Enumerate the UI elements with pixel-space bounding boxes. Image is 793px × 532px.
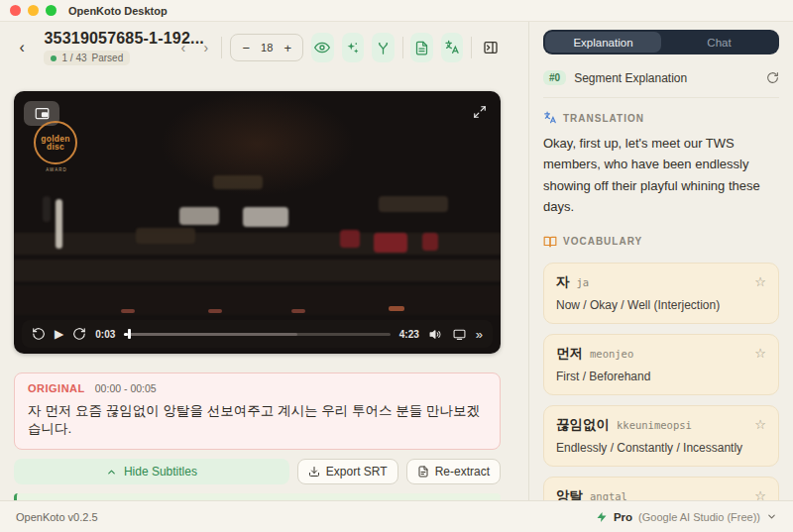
video-player[interactable]: golden disc AWARD ▶ [14, 91, 501, 354]
parsed-count: 1 / 43 [61, 53, 86, 63]
left-toolbar: ‹ 35319057685-1-192... 1 / 43 Parsed ‹ ›… [14, 22, 501, 67]
back-button[interactable]: ‹ [14, 34, 30, 61]
titlebar: OpenKoto Desktop [0, 0, 793, 22]
video-title-block: 35319057685-1-192... 1 / 43 Parsed [44, 30, 164, 66]
next-segment-button[interactable]: › [198, 36, 213, 59]
font-size-decrease-button[interactable]: − [235, 36, 257, 59]
vocab-definition: Endlessly / Constantly / Incessantly [556, 441, 766, 455]
re-extract-button[interactable]: Re-extract [406, 459, 501, 484]
volume-button[interactable] [428, 328, 443, 341]
hide-subtitles-button[interactable]: Hide Subtitles [14, 459, 289, 484]
vocab-romanization: meonjeo [590, 348, 747, 360]
star-icon[interactable]: ☆ [754, 347, 766, 360]
vocab-card[interactable]: 끊임없이 kkeunimeopsi ☆ Endlessly / Constant… [543, 405, 779, 467]
sparkles-icon [345, 41, 360, 55]
picture-in-picture-icon [35, 107, 50, 120]
close-window-button[interactable] [10, 5, 21, 16]
toolbar-divider [221, 37, 222, 58]
translate-button[interactable] [441, 33, 463, 62]
export-srt-button[interactable]: Export SRT [297, 459, 398, 484]
vocab-word: 앙탈 [556, 487, 583, 500]
previous-segment-button[interactable]: ‹ [175, 36, 190, 59]
toggle-side-panel-button[interactable] [480, 34, 501, 61]
playback-speed-button[interactable]: » [476, 327, 483, 342]
play-button[interactable]: ▶ [55, 327, 63, 341]
vocab-card[interactable]: 먼저 meonjeo ☆ First / Beforehand [543, 334, 779, 395]
zoom-window-button[interactable] [46, 5, 57, 16]
volume-icon [428, 328, 443, 341]
subtitle-list: 00:00 자 먼저 요즘 끊임없이 앙탈을 선보여주고 계시는 우리 투어스 … [14, 493, 501, 500]
parsed-label: Parsed [92, 53, 124, 63]
branch-icon [376, 41, 391, 55]
chevron-up-icon [106, 467, 117, 478]
vocab-word: 먼저 [556, 345, 583, 363]
book-icon [543, 235, 557, 249]
lightning-bolt-icon [596, 511, 608, 523]
expand-icon [473, 105, 487, 119]
app-version: OpenKoto v0.2.5 [16, 511, 98, 523]
original-label: ORIGINAL [28, 382, 85, 394]
document-icon [414, 41, 429, 55]
toolbar-divider [402, 37, 403, 58]
eye-icon [314, 40, 330, 55]
duration: 4:23 [399, 329, 419, 340]
vocab-card[interactable]: 앙탈 angtal ☆ Playful whining / Grumbling … [543, 477, 779, 500]
display-icon [452, 328, 467, 341]
buffered-bar [124, 333, 297, 336]
download-icon [308, 466, 320, 478]
tab-explanation[interactable]: Explanation [545, 32, 661, 53]
branch-segments-button[interactable] [372, 33, 394, 62]
video-title: 35319057685-1-192... [44, 30, 164, 48]
fullscreen-expand-button[interactable] [469, 101, 491, 123]
vocab-romanization: angtal [590, 490, 747, 500]
panel-right-icon [483, 40, 499, 55]
toolbar-divider [471, 37, 472, 58]
refresh-explanation-button[interactable] [766, 71, 779, 84]
font-size-stepper: − 18 + [230, 34, 303, 61]
app-title: OpenKoto Desktop [68, 5, 168, 17]
vocab-word: 자 [556, 273, 570, 291]
rewind-10-button[interactable] [32, 327, 46, 341]
forward-10-icon [72, 327, 86, 341]
model-name: (Google AI Studio (Free)) [638, 511, 760, 523]
subtitle-list-item[interactable]: 00:00 자 먼저 요즘 끊임없이 앙탈을 선보여주고 계시는 우리 투어스 … [14, 493, 501, 500]
seek-thumb[interactable] [128, 329, 131, 339]
forward-10-button[interactable] [72, 327, 86, 341]
vocab-definition: Now / Okay / Well (Interjection) [556, 298, 766, 312]
explanation-panel: Explanation Chat #0 Segment Explanation … [528, 22, 793, 500]
vocab-definition: First / Beforehand [556, 370, 766, 383]
segment-explanation-header: #0 Segment Explanation [543, 70, 779, 98]
vocab-word: 끊임없이 [556, 416, 610, 434]
current-time: 0:03 [95, 329, 115, 340]
vocab-card[interactable]: 자 ja ☆ Now / Okay / Well (Interjection) [543, 263, 779, 324]
ai-explain-button[interactable] [342, 33, 364, 62]
toggle-visibility-button[interactable] [311, 33, 333, 62]
star-icon[interactable]: ☆ [754, 275, 766, 288]
transcript-document-button[interactable] [410, 33, 432, 62]
plan-name: Pro [614, 511, 632, 523]
video-frame [14, 91, 501, 354]
tab-chat[interactable]: Chat [661, 32, 777, 53]
status-bar: OpenKoto v0.2.5 Pro (Google AI Studio (F… [0, 500, 793, 532]
translate-icon [444, 40, 460, 55]
star-icon[interactable]: ☆ [754, 418, 766, 431]
vocab-romanization: ja [577, 276, 748, 288]
font-size-value: 18 [257, 42, 277, 53]
seek-bar[interactable] [124, 333, 391, 336]
vocabulary-section-header: VOCABULARY [543, 235, 779, 249]
original-text: 자 먼저 요즘 끊임없이 앙탈을 선보여주고 계시는 우리 투어스 분들 만나보… [28, 402, 487, 438]
font-size-increase-button[interactable]: + [277, 36, 298, 59]
display-mode-button[interactable] [452, 328, 467, 341]
vocabulary-list: 자 ja ☆ Now / Okay / Well (Interjection) … [543, 253, 779, 500]
vocabulary-header-label: VOCABULARY [563, 236, 642, 247]
star-icon[interactable]: ☆ [754, 489, 766, 500]
subtitle-controls-row: Hide Subtitles Export SRT Re-extract [14, 459, 501, 484]
model-selector-button[interactable]: Pro (Google AI Studio (Free)) [596, 511, 777, 523]
app-window: OpenKoto Desktop ‹ 35319057685-1-192... … [0, 0, 793, 532]
minimize-window-button[interactable] [28, 5, 39, 16]
rewind-10-icon [32, 327, 46, 341]
translation-header-label: TRANSLATION [563, 113, 644, 124]
vocab-romanization: kkeunimeopsi [617, 419, 747, 431]
chevron-down-icon [766, 511, 777, 522]
video-controls-bar: ▶ 0:03 4:23 [22, 320, 493, 348]
